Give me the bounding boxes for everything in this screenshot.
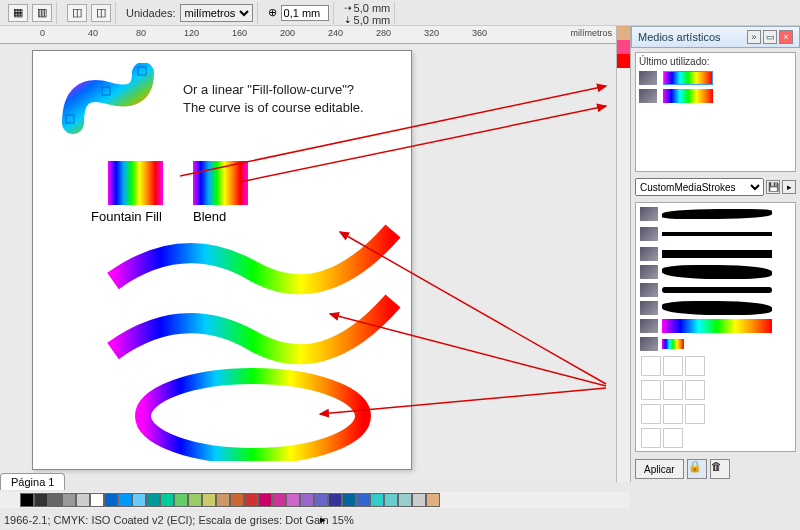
layout-icon-1[interactable]: ▦ bbox=[8, 4, 28, 22]
status-arrow-icon[interactable]: ▸ bbox=[320, 513, 326, 526]
palette-cell[interactable] bbox=[216, 493, 230, 507]
stroke-item[interactable] bbox=[638, 281, 793, 299]
nudge-input[interactable] bbox=[281, 5, 329, 21]
palette-cell[interactable] bbox=[258, 493, 272, 507]
palette-cell[interactable] bbox=[426, 493, 440, 507]
canvas-content[interactable]: Or a linear "Fill-follow-curve"? The cur… bbox=[0, 44, 616, 482]
palette-cell[interactable] bbox=[104, 493, 118, 507]
units-label: Unidades: bbox=[126, 7, 176, 19]
palette-cell[interactable] bbox=[34, 493, 48, 507]
stroke-thumb[interactable] bbox=[685, 356, 705, 376]
palette-cell[interactable] bbox=[146, 493, 160, 507]
stroke-item[interactable] bbox=[638, 299, 793, 317]
palette-cell[interactable] bbox=[328, 493, 342, 507]
layout-icon-2[interactable]: ▥ bbox=[32, 4, 52, 22]
lock-icon[interactable]: 🔒 bbox=[687, 459, 707, 479]
color-cell[interactable] bbox=[617, 26, 631, 40]
stroke-item[interactable] bbox=[638, 263, 793, 281]
palette-cell[interactable] bbox=[412, 493, 426, 507]
palette-cell[interactable] bbox=[356, 493, 370, 507]
last-used-item[interactable] bbox=[639, 89, 792, 103]
save-icon[interactable]: 💾 bbox=[766, 180, 780, 194]
dup-x-icon: ⇢ bbox=[344, 3, 352, 13]
palette-cell[interactable] bbox=[20, 493, 34, 507]
panel-undock-icon[interactable]: ▭ bbox=[763, 30, 777, 44]
stroke-thumb[interactable] bbox=[685, 380, 705, 400]
panel-titlebar[interactable]: Medios artísticos » ▭ × bbox=[631, 26, 800, 48]
palette-cell[interactable] bbox=[300, 493, 314, 507]
stroke-item[interactable] bbox=[638, 205, 793, 223]
panel-collapse-icon[interactable]: » bbox=[747, 30, 761, 44]
nudge-icon: ⊕ bbox=[268, 6, 277, 19]
color-cell[interactable] bbox=[617, 54, 631, 68]
stroke-thumb[interactable] bbox=[663, 428, 683, 448]
page-tab[interactable]: Página 1 bbox=[0, 473, 65, 490]
snap-icon-2[interactable]: ◫ bbox=[91, 4, 111, 22]
palette-cell[interactable] bbox=[398, 493, 412, 507]
brush-icon bbox=[640, 301, 658, 315]
brush-icon bbox=[640, 337, 658, 351]
palette-cell[interactable] bbox=[132, 493, 146, 507]
stroke-category-select[interactable]: CustomMediaStrokes bbox=[635, 178, 764, 196]
palette-cell[interactable] bbox=[342, 493, 356, 507]
dup-y-icon: ⇣ bbox=[344, 15, 352, 25]
stroke-thumb[interactable] bbox=[663, 380, 683, 400]
last-used-item[interactable] bbox=[639, 71, 792, 85]
brush-icon bbox=[640, 319, 658, 333]
palette-cell[interactable] bbox=[286, 493, 300, 507]
drawing-page: Or a linear "Fill-follow-curve"? The cur… bbox=[32, 50, 412, 470]
palette-cell[interactable] bbox=[160, 493, 174, 507]
palette-cell[interactable] bbox=[76, 493, 90, 507]
palette-cell[interactable] bbox=[90, 493, 104, 507]
stroke-thumb[interactable] bbox=[663, 404, 683, 424]
brush-icon bbox=[640, 207, 658, 221]
palette-cell[interactable] bbox=[272, 493, 286, 507]
palette-cell[interactable] bbox=[174, 493, 188, 507]
fountain-fill-swatch bbox=[108, 161, 163, 205]
property-toolbar: ▦ ▥ ◫ ◫ Unidades: milímetros ⊕ ⇢5,0 mm ⇣… bbox=[0, 0, 800, 26]
palette-cell[interactable] bbox=[48, 493, 62, 507]
stroke-thumb[interactable] bbox=[641, 428, 661, 448]
palette-cell[interactable] bbox=[370, 493, 384, 507]
snap-icon[interactable]: ◫ bbox=[67, 4, 87, 22]
stroke-item[interactable] bbox=[638, 317, 793, 335]
units-select[interactable]: milímetros bbox=[180, 4, 253, 22]
delete-icon[interactable]: 🗑 bbox=[710, 459, 730, 479]
brush-icon bbox=[640, 265, 658, 279]
stroke-thumb[interactable] bbox=[641, 380, 661, 400]
color-cell[interactable] bbox=[617, 40, 631, 54]
brush-icon bbox=[639, 89, 657, 103]
strokes-list[interactable] bbox=[635, 202, 796, 452]
palette-cell[interactable] bbox=[230, 493, 244, 507]
blend-swatch bbox=[193, 161, 248, 205]
main-area: 0 40 80 120 160 200 240 280 320 360 milí… bbox=[0, 26, 800, 482]
palette-cell[interactable] bbox=[62, 493, 76, 507]
canvas-area[interactable]: 0 40 80 120 160 200 240 280 320 360 milí… bbox=[0, 26, 616, 482]
palette-cell[interactable] bbox=[188, 493, 202, 507]
panel-title-text: Medios artísticos bbox=[638, 31, 721, 43]
stroke-thumb[interactable] bbox=[685, 404, 705, 424]
brush-icon bbox=[639, 71, 657, 85]
palette-cell[interactable] bbox=[244, 493, 258, 507]
stroke-item[interactable] bbox=[638, 223, 793, 245]
curve-strokes bbox=[93, 221, 403, 461]
stroke-thumb[interactable] bbox=[663, 356, 683, 376]
brush-preview bbox=[663, 89, 713, 103]
brush-icon bbox=[640, 227, 658, 241]
stroke-item[interactable] bbox=[638, 335, 793, 353]
apply-button[interactable]: Aplicar bbox=[635, 459, 684, 479]
palette-cell[interactable] bbox=[118, 493, 132, 507]
brush-icon bbox=[640, 283, 658, 297]
stroke-item[interactable] bbox=[638, 245, 793, 263]
s-curve-object bbox=[58, 63, 158, 143]
brush-icon bbox=[640, 247, 658, 261]
panel-close-icon[interactable]: × bbox=[779, 30, 793, 44]
options-icon[interactable]: ▸ bbox=[782, 180, 796, 194]
stroke-thumb[interactable] bbox=[641, 356, 661, 376]
palette-cell[interactable] bbox=[314, 493, 328, 507]
palette-cell[interactable] bbox=[202, 493, 216, 507]
stroke-thumb[interactable] bbox=[641, 404, 661, 424]
ruler-horizontal: 0 40 80 120 160 200 240 280 320 360 milí… bbox=[0, 26, 616, 44]
palette-cell[interactable] bbox=[384, 493, 398, 507]
status-bar-text: 1966-2.1; CMYK: ISO Coated v2 (ECI); Esc… bbox=[4, 514, 354, 526]
